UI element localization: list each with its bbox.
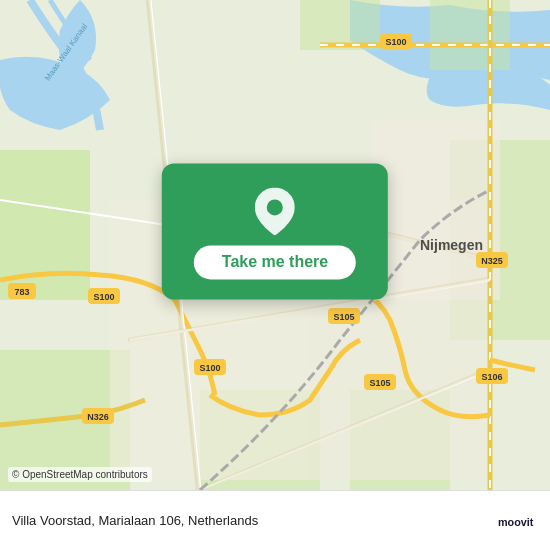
svg-text:S100: S100 xyxy=(385,37,406,47)
navigation-overlay: Take me there xyxy=(162,163,388,299)
svg-rect-4 xyxy=(430,0,510,70)
svg-point-44 xyxy=(267,199,283,215)
svg-text:S105: S105 xyxy=(333,312,354,322)
map-container: Maas-Waal Kanaal S100 xyxy=(0,0,550,490)
moovit-logo: moovit xyxy=(498,503,534,539)
svg-text:moovit: moovit xyxy=(498,515,534,527)
svg-text:S100: S100 xyxy=(199,363,220,373)
svg-text:S106: S106 xyxy=(481,372,502,382)
address-label: Villa Voorstad, Marialaan 106, Netherlan… xyxy=(12,513,258,528)
svg-text:N325: N325 xyxy=(481,256,503,266)
location-pin-icon xyxy=(251,187,299,235)
svg-text:783: 783 xyxy=(14,287,29,297)
svg-text:Nijmegen: Nijmegen xyxy=(420,237,483,253)
svg-text:S105: S105 xyxy=(369,378,390,388)
map-attribution: © OpenStreetMap contributors xyxy=(8,467,152,482)
footer: Villa Voorstad, Marialaan 106, Netherlan… xyxy=(0,490,550,550)
svg-text:N326: N326 xyxy=(87,412,109,422)
svg-text:S100: S100 xyxy=(93,292,114,302)
svg-rect-10 xyxy=(370,120,500,300)
take-me-there-button[interactable]: Take me there xyxy=(194,245,356,279)
